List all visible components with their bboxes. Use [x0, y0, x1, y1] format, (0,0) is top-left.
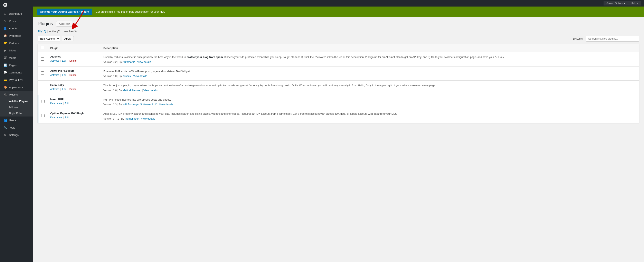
plugin-name-cell: Hello DollyActivate|Edit|Delete [48, 81, 100, 95]
filter-all[interactable]: All (10) [38, 30, 46, 33]
plugin-view-details-link[interactable]: View details [133, 74, 147, 77]
plugin-author-link[interactable]: Will Bontrager Software, LLC [122, 103, 157, 106]
plugin-meta: Version 3.7.1 | By ihomefinder | View de… [104, 117, 636, 120]
plugin-action-edit[interactable]: Edit [62, 74, 66, 76]
table-row: Optima Express IDX PluginDeactivate|Edit… [38, 109, 639, 123]
plugin-author-link[interactable]: ihomefinder [125, 117, 139, 120]
plugin-checkbox-2[interactable] [41, 86, 44, 89]
plugins-list: AkismetActivate|Edit|DeleteUsed by milli… [38, 52, 639, 123]
plugin-author-link[interactable]: sksdev [122, 74, 131, 77]
sidebar-item-properties[interactable]: 🏠 Properties [0, 32, 33, 39]
screen-options-button[interactable]: Screen Options ▾ [604, 1, 628, 5]
subitem-label-editor: Plugin Editor [8, 112, 22, 115]
content-area: Plugins Add New All (10) | Active (7) | … [33, 17, 644, 262]
bulk-actions-select[interactable]: Bulk Actions [38, 36, 60, 41]
sidebar-item-comments[interactable]: 💬 Comments [0, 69, 33, 76]
row-checkbox-cell [38, 81, 48, 95]
sidebar-label-settings: Settings [9, 133, 18, 137]
users-icon: 👥 [3, 119, 7, 122]
filter-inactive[interactable]: Inactive (3) [64, 30, 76, 33]
plugin-checkbox-4[interactable] [41, 114, 44, 117]
activate-account-button[interactable]: Activate Your Optima Express Account [37, 8, 92, 15]
header-plugin-col: Plugin [48, 44, 100, 52]
sidebar-item-posts[interactable]: ✎ Posts [0, 17, 33, 25]
plugin-action-delete[interactable]: Delete [70, 74, 76, 76]
page-title: Plugins [38, 21, 53, 26]
plugin-name-cell: AkismetActivate|Edit|Delete [48, 52, 100, 66]
sidebar-item-pages[interactable]: 📃 Pages [0, 61, 33, 69]
add-new-button[interactable]: Add New [56, 21, 72, 26]
action-separator: | [60, 74, 61, 76]
sidebar-label-comments: Comments [9, 71, 22, 74]
plugin-action-edit[interactable]: Edit [65, 102, 69, 105]
action-separator: | [60, 88, 61, 91]
plugin-view-details-link[interactable]: View details [141, 117, 155, 120]
main-content: Screen Options ▾ Help ▾ Activate Your Op… [33, 0, 644, 262]
plugin-description: This is not just a plugin, it symbolizes… [104, 83, 636, 87]
table-row: AkismetActivate|Edit|DeleteUsed by milli… [38, 52, 639, 66]
sidebar-label-pages: Pages [9, 64, 16, 67]
plugin-description-cell: Run PHP code inserted into WordPress pos… [100, 95, 639, 109]
plugin-action-activate[interactable]: Activate [50, 88, 59, 91]
plugin-description-cell: Used by millions, Akismet is quite possi… [100, 52, 639, 66]
sidebar-label-paypal: PayPal IPN [9, 78, 22, 81]
plugin-description: Adds MLS / IDX property search and listi… [104, 112, 636, 116]
sidebar-item-slides[interactable]: ▶ Slides [0, 47, 33, 54]
plugin-meta: Version 1.6 | By Matt Mullenweg | View d… [104, 89, 636, 92]
help-button[interactable]: Help ▾ [628, 1, 641, 5]
media-icon: 🖼 [3, 56, 7, 59]
plugin-actions: Activate|Edit|Delete [50, 59, 98, 62]
plugin-name-cell: Allow PHP ExecuteActivate|Edit|Delete [48, 66, 100, 81]
plugin-actions: Activate|Edit|Delete [50, 88, 98, 91]
sidebar-item-plugins[interactable]: 🔌 Plugins [0, 91, 33, 98]
plugin-checkbox-0[interactable] [41, 57, 44, 61]
search-input[interactable] [586, 36, 639, 42]
sidebar-label-partners: Partners [9, 42, 19, 45]
plugin-action-deactivate[interactable]: Deactivate [50, 102, 62, 105]
select-all-checkbox[interactable] [41, 46, 44, 49]
plugin-action-activate[interactable]: Activate [50, 74, 59, 76]
subitem-installed-plugins[interactable]: Installed Plugins [0, 98, 33, 104]
filter-active[interactable]: Active (7) [49, 30, 60, 33]
plugin-name: Insert PHP [50, 98, 98, 101]
sidebar-item-users[interactable]: 👥 Users [0, 116, 33, 124]
sidebar-item-dashboard[interactable]: ⊞ Dashboard [0, 10, 33, 17]
plugin-meta: Version 1.3 | By Will Bontrager Software… [104, 103, 636, 106]
plugin-action-edit[interactable]: Edit [65, 116, 69, 119]
plugin-view-details-link[interactable]: View details [159, 103, 173, 106]
sidebar-item-tools[interactable]: 🔧 Tools [0, 124, 33, 131]
sidebar-item-appearance[interactable]: 🎨 Appearance [0, 83, 33, 91]
plugin-view-details-link[interactable]: View details [137, 60, 152, 63]
actions-bar: Bulk Actions Apply 10 items [38, 36, 639, 42]
subitem-add-new[interactable]: Add New [0, 104, 33, 110]
plugin-actions: Deactivate|Edit [50, 116, 98, 119]
partners-icon: 🤝 [3, 41, 7, 45]
plugin-name: Hello Dolly [50, 83, 98, 86]
sidebar-item-paypal[interactable]: 💳 PayPal IPN [0, 76, 33, 83]
plugin-action-edit[interactable]: Edit [62, 88, 66, 91]
sidebar-item-media[interactable]: 🖼 Media [0, 54, 33, 61]
wordpress-icon: W [3, 3, 7, 7]
plugin-checkbox-1[interactable] [41, 71, 44, 75]
table-row: Allow PHP ExecuteActivate|Edit|DeleteExe… [38, 66, 639, 81]
paypal-icon: 💳 [3, 78, 7, 81]
sidebar-item-agents[interactable]: 👤 Agents [0, 25, 33, 32]
sidebar-label-posts: Posts [9, 19, 16, 23]
plugin-author-link[interactable]: Matt Mullenweg [122, 89, 141, 92]
plugin-action-delete[interactable]: Delete [70, 59, 76, 62]
plugin-view-details-link[interactable]: View details [144, 89, 158, 92]
sidebar-item-settings[interactable]: ⚙ Settings [0, 131, 33, 139]
sidebar-item-partners[interactable]: 🤝 Partners [0, 39, 33, 47]
sidebar-label-slides: Slides [9, 49, 16, 52]
plugin-name-cell: Optima Express IDX PluginDeactivate|Edit [48, 109, 100, 123]
plugin-action-edit[interactable]: Edit [62, 59, 66, 62]
apply-button[interactable]: Apply [62, 36, 74, 41]
plugin-action-delete[interactable]: Delete [70, 88, 76, 91]
sidebar-label-agents: Agents [9, 27, 17, 30]
plugin-checkbox-3[interactable] [41, 100, 44, 103]
plugin-action-deactivate[interactable]: Deactivate [50, 116, 62, 119]
plugin-action-activate[interactable]: Activate [50, 59, 59, 62]
subitem-plugin-editor[interactable]: Plugin Editor [0, 110, 33, 116]
plugin-author-link[interactable]: Automattic [122, 60, 135, 63]
right-actions: 10 items [573, 36, 639, 42]
